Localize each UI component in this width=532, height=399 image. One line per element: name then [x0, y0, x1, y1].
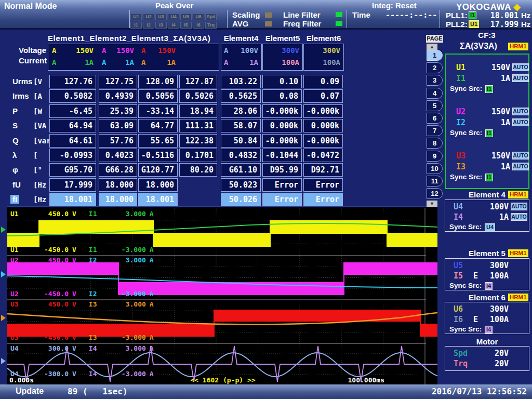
pll2-unit: Hz — [521, 20, 530, 29]
table-cell: 18.001 — [138, 193, 178, 206]
sigma-wiring-box: U1150VAUTOI11AAUTOSync Src:I1U2150VAUTOI… — [445, 54, 529, 189]
peak-over-row-current: I1I2I3I4I5I6Trq — [130, 19, 218, 29]
sync-src-badge: I1 — [485, 129, 493, 137]
wave-i-name: I1 — [89, 246, 104, 254]
freq-filter-label: Freq Filter — [283, 19, 321, 28]
wave-u-name: U3 — [10, 334, 28, 341]
channel-range: 300V — [464, 304, 509, 314]
table-cell: D95.99 — [262, 163, 302, 177]
table-cell: 0.1701 — [179, 149, 217, 162]
auto-range-badge: AUTO — [512, 163, 529, 170]
table-cell: 28.06 — [221, 104, 261, 118]
peak-over-indicator: I4 — [168, 22, 179, 29]
element-box: U5300VI5E100ASync Src:I4 — [445, 258, 529, 290]
page-tab-8[interactable]: 8 — [427, 138, 443, 149]
page-tab-3[interactable]: 3 — [427, 75, 443, 86]
pll2-frequency: 17.999 — [482, 20, 518, 29]
element-box: U4100VAUTOI41AAUTOSync Src:U4 — [445, 200, 529, 232]
voltage-range: 300V — [282, 46, 299, 55]
header-element6: Element6 — [303, 34, 344, 43]
table-cell: 0.07 — [303, 89, 343, 103]
table-cell: 103.22 — [221, 75, 261, 88]
trace-u2 — [7, 262, 118, 275]
table-cell: 17.999 — [49, 178, 96, 192]
hrm-badge: HRM1 — [508, 191, 528, 198]
table-cell: 80.20 — [179, 163, 217, 177]
sync-src-badge: I1 — [485, 85, 493, 93]
page-tab-10[interactable]: 10 — [427, 163, 443, 174]
table-cell: 64.77 — [138, 119, 178, 132]
page-up-button[interactable]: ▲ — [427, 44, 437, 50]
page-tab-2[interactable]: 2 — [427, 62, 443, 73]
sync-src-label: Sync Src: — [450, 129, 482, 137]
divider — [227, 10, 228, 28]
table-cell: 122.38 — [179, 134, 217, 148]
table-cell: 64.94 — [49, 119, 96, 132]
wave-u-scale: -300.0 — [28, 370, 69, 378]
table-cell: -33.14 — [138, 104, 178, 118]
voltage-range: 150V — [116, 46, 134, 55]
top-status-bar: Normal Mode Peak Over U1U2U3U4U5U6Spd I1… — [0, 0, 532, 30]
wave-label-row: U2450.0VI23.000A — [10, 256, 154, 264]
wave-label-row: U1450.0VI13.000A — [10, 210, 154, 218]
page-tab-11[interactable]: 11 — [427, 176, 443, 187]
trace-u1 — [387, 233, 437, 247]
table-cell: -0.1044 — [262, 149, 302, 162]
table-cell: -0.000k — [262, 134, 302, 148]
trigger-marker-i3-icon — [1, 315, 6, 321]
table-cell: -0.0472 — [303, 149, 343, 162]
peak-over-indicator: I2 — [143, 22, 154, 29]
scaling-label: Scaling — [232, 10, 260, 19]
wave-i-scale: 3.000 — [104, 344, 146, 352]
channel-range: 150V — [464, 107, 510, 116]
page-tab-5[interactable]: 5 — [427, 100, 443, 111]
wave-label-row: U3-450.0VI3-3.000A — [10, 334, 154, 341]
trace-u1 — [270, 220, 387, 234]
peak-over-indicator: Trq — [205, 22, 217, 29]
table-cell: 18.001 — [49, 193, 96, 206]
table-cell: 18.94 — [179, 104, 217, 118]
wave-i-name: I1 — [89, 210, 104, 218]
page-down-button[interactable]: ▼ — [427, 201, 437, 207]
line-filter-led — [336, 12, 342, 17]
wave-i-unit: A — [150, 246, 154, 254]
table-cell: Error — [303, 193, 343, 206]
wave-u-name: U2 — [10, 290, 28, 298]
pll2-label: PLL2: — [446, 20, 468, 29]
channel-range: 150V — [464, 151, 510, 161]
voltage-range: 300V — [323, 46, 340, 55]
page-label: PAGE — [426, 35, 443, 43]
row-label-Irms: Irms — [12, 91, 29, 100]
peak-over-indicator: I5 — [180, 22, 192, 29]
table-cell: Error — [303, 178, 343, 192]
auto-range-badge: AUTO — [512, 152, 529, 159]
wave-i-scale: 3.000 — [104, 300, 146, 308]
wave-i-scale: -3.000 — [104, 290, 146, 298]
page-tab-6[interactable]: 6 — [427, 113, 443, 124]
wiring-prefix-current: A — [224, 58, 228, 66]
row-label-φ: φ — [12, 165, 18, 174]
wave-i-name: I3 — [89, 300, 104, 308]
wave-u-unit: V — [72, 290, 76, 298]
page-tab-7[interactable]: 7 — [427, 125, 443, 136]
page-tab-9[interactable]: 9 — [427, 151, 443, 162]
table-cell: G61.10 — [221, 163, 261, 177]
range-config-element4: A100VA1A — [221, 44, 262, 71]
wiring-prefix-voltage: A — [102, 46, 106, 55]
table-cell: 57.76 — [99, 134, 137, 148]
peak-over-label: Peak Over — [155, 1, 193, 10]
wave-i-unit: A — [150, 370, 154, 378]
wave-i-scale: -3.000 — [104, 334, 146, 341]
table-cell: 18.000 — [99, 193, 137, 206]
channel-name: I5 — [454, 271, 463, 281]
trace-u3 — [214, 310, 420, 322]
table-cell: 0.10 — [262, 75, 302, 88]
current-range: 100A — [323, 58, 340, 66]
wave-u-scale: -450.0 — [28, 290, 69, 298]
sync-src-badge: I4 — [485, 326, 493, 334]
page-tab-4[interactable]: 4 — [427, 88, 443, 99]
row-label-Urms: Urms — [12, 77, 32, 86]
table-cell: -0.000k — [303, 104, 343, 118]
page-tab-12[interactable]: 12 — [427, 188, 443, 199]
page-tab-1[interactable]: 1 — [427, 50, 443, 61]
